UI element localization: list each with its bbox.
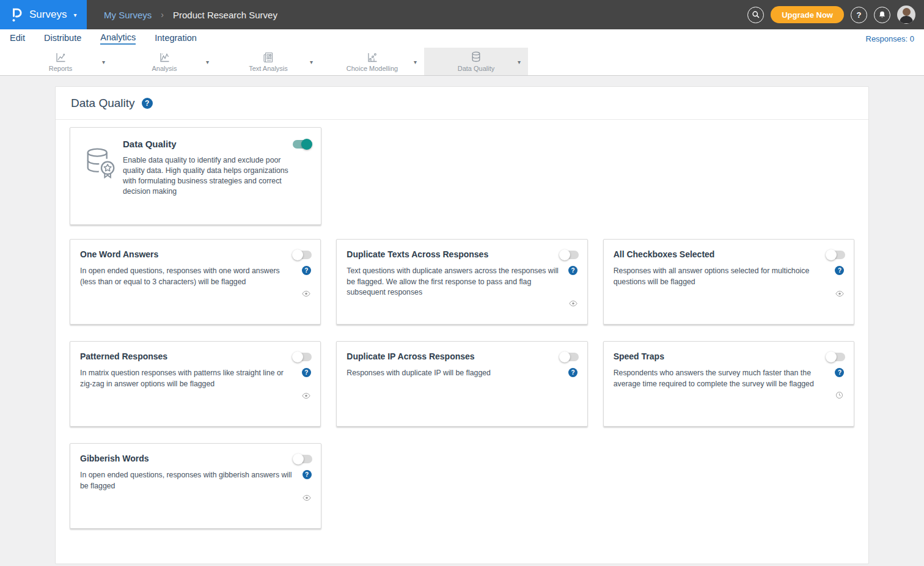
clock-icon[interactable] [835,391,843,402]
help-icon[interactable]: ? [835,368,844,377]
chevron-down-icon[interactable]: ▾ [206,58,209,65]
tab-data-quality[interactable]: Data Quality ▾ [424,48,528,75]
question-mark-glyph: ? [305,471,309,478]
nav-tab-edit[interactable]: Edit [10,33,25,44]
preview-eye-icon[interactable] [302,493,311,504]
avatar-body [900,16,913,23]
data-quality-panel: Data Quality ? [55,86,869,564]
toggle-knob [559,351,570,362]
nav-tab-analytics[interactable]: Analytics [100,32,136,45]
question-mark-glyph: ? [571,267,575,274]
question-mark-glyph: ? [838,369,842,376]
help-icon[interactable]: ? [302,368,311,377]
search-icon [752,10,760,19]
one-word-answers-toggle[interactable] [293,251,312,259]
speed-traps-toggle[interactable] [827,353,845,361]
content-area: Data Quality ? [0,76,924,564]
toggle-knob [301,139,312,150]
nav-tab-integration[interactable]: Integration [155,33,197,44]
tab-text-analysis[interactable]: Text Analysis ▾ [216,48,320,75]
cards-row-2: Patterned Responses In matrix question r… [70,341,854,427]
card-description: In matrix question responses with patter… [80,368,301,419]
questionpro-logo-icon [10,7,24,23]
avatar-head [903,8,911,16]
topbar-actions: Upgrade Now ? [747,6,915,24]
card-speed-traps: Speed Traps Respondents who answers the … [603,341,854,427]
product-switcher[interactable]: Surveys ▾ [0,0,87,29]
help-button[interactable]: ? [851,7,867,23]
question-mark-glyph: ? [838,267,842,274]
card-title: Patterned Responses [80,351,167,361]
breadcrumb-my-surveys[interactable]: My Surveys [104,10,152,20]
card-gibberish-words: Gibberish Words In open ended questions,… [70,443,321,529]
page-title: Data Quality [71,97,135,110]
question-mark-glyph: ? [145,99,149,108]
nav-tab-distribute[interactable]: Distribute [44,33,81,44]
help-icon[interactable]: ? [302,470,312,479]
toggle-knob [293,454,304,465]
question-mark-glyph: ? [304,267,308,274]
help-icon[interactable]: ? [835,266,844,275]
chevron-down-icon[interactable]: ▾ [414,58,417,65]
preview-eye-icon[interactable] [835,289,844,300]
tab-reports[interactable]: Reports ▾ [9,48,112,75]
all-checkboxes-toggle[interactable] [827,251,845,259]
chevron-down-icon[interactable]: ▾ [518,58,521,65]
chevron-down-icon[interactable]: ▾ [102,58,105,65]
duplicate-texts-toggle[interactable] [560,251,579,259]
upgrade-now-button[interactable]: Upgrade Now [771,6,844,23]
text-column: Data Quality Enable data quality to iden… [123,139,311,216]
breadcrumb: My Surveys › Product Research Survey [104,10,277,20]
toggle-knob [559,249,570,260]
panel-body: Data Quality Enable data quality to iden… [56,120,868,564]
responses-count: Responses: 0 [866,34,915,43]
tab-label: Choice Modelling [346,65,398,72]
toggle-knob [826,249,837,260]
toggle-knob [826,351,837,362]
tab-label: Text Analysis [249,65,288,72]
card-description: In open ended questions, responses with … [80,470,301,521]
card-title: Speed Traps [614,351,664,361]
user-avatar[interactable] [897,6,915,24]
chevron-down-icon[interactable]: ▾ [310,58,313,65]
preview-eye-icon[interactable] [302,391,310,402]
help-icon[interactable]: ? [302,266,311,275]
choice-modelling-icon [366,51,379,64]
card-title: Duplicate Texts Across Responses [346,249,488,259]
preview-eye-icon[interactable] [569,298,578,309]
tab-choice-modelling[interactable]: Choice Modelling ▾ [320,48,424,75]
card-duplicate-ip: Duplicate IP Across Responses Responses … [336,341,587,427]
card-patterned-responses: Patterned Responses In matrix question r… [70,341,321,427]
duplicate-ip-toggle[interactable] [560,353,579,361]
card-one-word-answers: One Word Answers In open ended questions… [70,239,321,325]
help-icon[interactable]: ? [568,266,578,275]
search-button[interactable] [747,7,764,23]
data-quality-toggle[interactable] [293,140,311,149]
preview-eye-icon[interactable] [302,289,310,300]
card-all-checkboxes: All Checkboxes Selected Responses with a… [603,239,854,325]
card-title: One Word Answers [80,249,158,259]
notifications-button[interactable] [874,7,890,23]
patterned-responses-toggle[interactable] [293,353,312,361]
card-icon-rail: ? [834,368,845,419]
question-mark-icon: ? [857,10,862,20]
tab-label: Analysis [152,65,177,72]
card-icon-rail: ? [301,368,312,419]
question-mark-glyph: ? [571,369,575,376]
card-duplicate-texts: Duplicate Texts Across Responses Text qu… [336,239,587,325]
card-icon-rail: ? [568,266,579,317]
topbar: Surveys ▾ My Surveys › Product Research … [0,0,924,29]
breadcrumb-separator-icon: › [161,10,164,20]
card-description: In open ended questions, responses with … [80,266,301,317]
question-mark-glyph: ? [304,369,308,376]
toggle-knob [292,249,303,260]
gibberish-words-toggle[interactable] [294,455,312,463]
page-help-icon[interactable]: ? [142,98,153,109]
cards-row-1: One Word Answers In open ended questions… [70,239,854,325]
help-icon[interactable]: ? [568,368,578,377]
tab-label: Reports [49,65,73,72]
panel-header: Data Quality ? [56,87,868,120]
tab-analysis[interactable]: Analysis ▾ [112,48,216,75]
database-quality-badge-icon [83,146,119,183]
card-description: Enable data quality to identify and excl… [123,155,297,197]
